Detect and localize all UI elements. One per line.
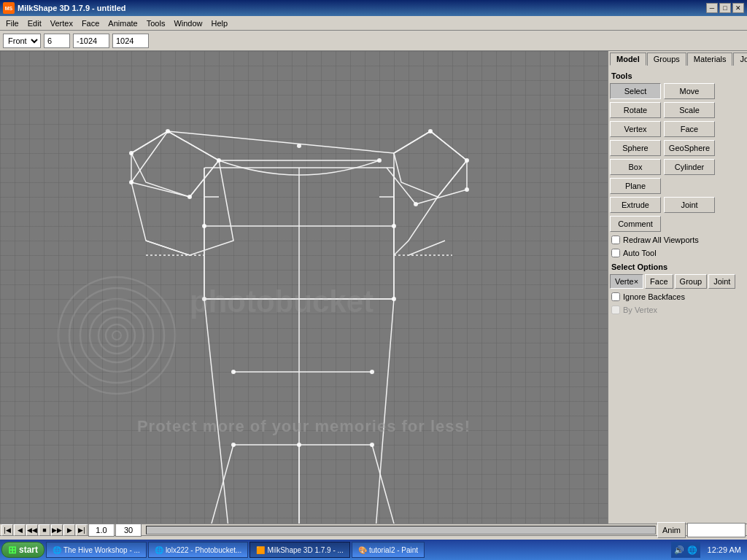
menu-item-animate[interactable]: Animate (104, 18, 142, 29)
menu-item-face[interactable]: Face (77, 18, 104, 29)
taskbar-item-hiveworkshop[interactable]: 🌐 The Hive Workshop - ... (46, 542, 147, 558)
redraw-checkbox[interactable] (611, 236, 620, 244)
menu-item-help[interactable]: Help (207, 18, 233, 29)
menu-item-file[interactable]: File (1, 18, 23, 29)
geosphere-button[interactable]: GeoSphere (664, 140, 715, 156)
anim-transport: |◀ ◀ ◀◀ ■ ▶▶ ▶ ▶| (1, 524, 142, 537)
tools-row-4: Sphere GeoSphere (610, 140, 746, 156)
svg-text:MS: MS (5, 6, 13, 11)
toolbar: Front (0, 31, 747, 51)
taskbar-item-photobucket[interactable]: 🌐 lolx222 - Photobucket... (148, 542, 249, 558)
tab-joints[interactable]: Joints (733, 52, 747, 66)
cylinder-button[interactable]: Cylinder (664, 159, 715, 175)
h-scrollbar[interactable]: |◀ ◀ ◀◀ ■ ▶▶ ▶ ▶| Anim (0, 524, 747, 535)
viewport[interactable]: Protect more of your memories for less! … (0, 51, 608, 524)
ignore-backfaces-label: Ignore Backfaces (623, 292, 685, 301)
tools-row-3: Vertex Face (610, 121, 746, 137)
taskbar-item-paint[interactable]: 🎨 tutorial2 - Paint (352, 542, 425, 558)
taskbar: ⊞ start 🌐 The Hive Workshop - ... 🌐 lolx… (0, 540, 747, 560)
tray-icon: 🔊 🌐 (674, 545, 697, 555)
app-icon: MS (3, 2, 15, 14)
tab-bar: Model Groups Materials Joints (610, 52, 746, 66)
main-area: Protect more of your memories for less! … (0, 51, 747, 524)
select-options-label: Select Options (611, 262, 744, 271)
menu-item-edit[interactable]: Edit (23, 18, 46, 29)
anim-skip-end[interactable]: ▶| (76, 524, 88, 536)
minimize-button[interactable]: ─ (706, 3, 718, 13)
sel-face-button[interactable]: Face (645, 274, 673, 289)
autotool-label: Auto Tool (623, 249, 657, 257)
extrude-button[interactable]: Extrude (610, 197, 661, 213)
redraw-checkbox-row: Redraw All Viewports (611, 236, 744, 244)
redraw-label: Redraw All Viewports (623, 236, 699, 244)
menu-item-tools[interactable]: Tools (142, 18, 170, 29)
tools-row-7: Extrude Joint (610, 197, 746, 213)
select-options-row: Verte× Face Group Joint (610, 274, 746, 289)
right-panel: Model Groups Materials Joints Tools Sele… (608, 51, 747, 524)
coord-left-input[interactable] (73, 34, 109, 48)
anim-next[interactable]: ▶ (63, 524, 75, 536)
by-vertex-checkbox[interactable] (611, 306, 620, 314)
menu-item-window[interactable]: Window (169, 18, 206, 29)
ignore-backfaces-checkbox[interactable] (611, 292, 620, 301)
frame-current[interactable] (88, 524, 115, 537)
autotool-checkbox[interactable] (611, 249, 620, 257)
anim-stop[interactable]: ■ (39, 524, 50, 536)
anim-button[interactable]: Anim (657, 522, 686, 538)
vertex-button[interactable]: Vertex (610, 121, 661, 137)
close-button[interactable]: ✕ (732, 3, 744, 13)
anim-search-input[interactable] (687, 523, 746, 537)
anim-skip-start[interactable]: |◀ (1, 524, 13, 536)
window-title: MilkShape 3D 1.7.9 - untitled (18, 4, 126, 12)
rotate-button[interactable]: Rotate (610, 102, 661, 118)
joint-button[interactable]: Joint (664, 197, 715, 213)
taskbar-icon-pb: 🌐 (155, 546, 163, 554)
tools-row-8: Comment (610, 216, 746, 232)
anim-play-back[interactable]: ◀◀ (26, 524, 38, 536)
ignore-backfaces-row: Ignore Backfaces (611, 292, 744, 301)
taskbar-item-pb-label: lolx222 - Photobucket... (166, 546, 242, 554)
menu-item-vertex[interactable]: Vertex (46, 18, 77, 29)
tools-row-2: Rotate Scale (610, 102, 746, 118)
box-button[interactable]: Box (610, 159, 661, 175)
tools-row-1: Select Move (610, 83, 746, 99)
taskbar-item-icon: 🌐 (53, 546, 61, 554)
comment-button[interactable]: Comment (610, 216, 661, 232)
titlebar: MS MilkShape 3D 1.7.9 - untitled ─ □ ✕ (0, 0, 747, 16)
menubar: FileEditVertexFaceAnimateToolsWindowHelp (0, 16, 747, 31)
tab-groups[interactable]: Groups (647, 52, 686, 66)
taskbar-icon-paint: 🎨 (358, 546, 367, 554)
maximize-button[interactable]: □ (719, 3, 731, 13)
plane-button[interactable]: Plane (610, 178, 661, 194)
sel-vertex-button[interactable]: Verte× (610, 274, 643, 289)
scale-button[interactable]: Scale (664, 102, 715, 118)
tab-model[interactable]: Model (610, 52, 646, 66)
autotool-checkbox-row: Auto Tool (611, 249, 744, 257)
taskbar-item-paint-label: tutorial2 - Paint (369, 546, 418, 554)
h-scrollbar-track[interactable] (146, 526, 656, 534)
taskbar-item-label: The Hive Workshop - ... (63, 546, 140, 554)
windows-logo-icon: ⊞ (8, 544, 17, 556)
anim-play[interactable]: ▶▶ (51, 524, 63, 536)
frame-total[interactable] (115, 524, 142, 537)
taskbar-item-milkshape[interactable]: 🟧 MilkShape 3D 1.7.9 - ... (249, 542, 350, 558)
start-button[interactable]: ⊞ start (1, 542, 44, 558)
face-button[interactable]: Face (664, 121, 715, 137)
taskbar-right: 🔊 🌐 12:29 AM (671, 542, 746, 558)
zoom-input[interactable] (44, 34, 70, 48)
by-vertex-label: By Vertex (623, 306, 657, 314)
start-label: start (19, 545, 38, 555)
sphere-button[interactable]: Sphere (610, 140, 661, 156)
select-button[interactable]: Select (610, 83, 661, 99)
coord-right-input[interactable] (112, 34, 149, 48)
taskbar-icon-ms: 🟧 (256, 546, 265, 554)
tab-materials[interactable]: Materials (687, 52, 733, 66)
by-vertex-row: By Vertex (611, 306, 744, 314)
move-button[interactable]: Move (664, 83, 715, 99)
sel-joint-button[interactable]: Joint (708, 274, 735, 289)
tools-label: Tools (611, 71, 744, 80)
anim-prev[interactable]: ◀ (14, 524, 26, 536)
view-dropdown[interactable]: Front (3, 34, 41, 48)
titlebar-controls[interactable]: ─ □ ✕ (706, 3, 744, 13)
sel-group-button[interactable]: Group (675, 274, 708, 289)
